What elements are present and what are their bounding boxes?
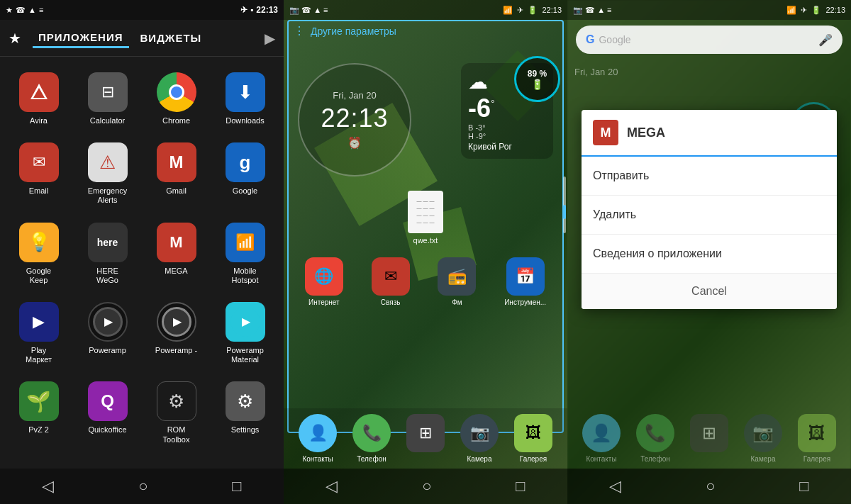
alert-icon-right: ▲ xyxy=(597,6,605,14)
emergency-label: EmergencyAlerts xyxy=(88,186,128,205)
app-item-here[interactable]: here HEREWeGo xyxy=(74,215,140,292)
tab-bar: ★ ПРИЛОЖЕНИЯ ВИДЖЕТЫ ▶ xyxy=(0,20,284,57)
alert-icon: ▲ xyxy=(28,6,36,14)
status-icons-left: ★ ☎ ▲ ≡ xyxy=(6,6,43,15)
context-cancel[interactable]: Cancel xyxy=(582,274,837,309)
airplane-icon-right: ✈ xyxy=(801,6,807,15)
right-dock-apps: ⊞ xyxy=(690,414,728,463)
calculator-icon: ⊟ xyxy=(88,72,128,112)
back-button-right[interactable]: ◁ xyxy=(595,471,635,501)
bottom-apps-icon: ⊞ xyxy=(406,414,445,452)
right-apps-icon: ⊞ xyxy=(690,414,728,452)
right-dock-camera: 📷 Камера xyxy=(744,414,782,463)
bottom-gallery[interactable]: 🖼 Галерея xyxy=(514,414,552,463)
bottom-phone[interactable]: 📞 Телефон xyxy=(352,414,391,463)
phone-icon: ☎ xyxy=(16,6,26,15)
recents-button-left[interactable]: □ xyxy=(218,471,255,501)
app-item-gmail[interactable]: M Gmail xyxy=(143,135,209,212)
google-g-icon: G xyxy=(586,33,594,46)
app-item-poweramp2[interactable]: ▶ Poweramp - xyxy=(143,295,209,371)
right-phone-icon: 📞 xyxy=(636,414,674,452)
status-time-right: 22:13 xyxy=(825,6,845,14)
dock-internet[interactable]: 🌐 Интернет xyxy=(305,257,343,306)
menu-icon: ≡ xyxy=(39,6,43,14)
right-contacts-label: Контакты xyxy=(586,455,616,463)
app-item-email[interactable]: ✉ Email xyxy=(6,135,72,212)
app-item-downloads[interactable]: ⬇ Downloads xyxy=(212,65,278,133)
app-item-chrome[interactable]: Chrome xyxy=(143,65,209,133)
apps-tab[interactable]: ПРИЛОЖЕНИЯ xyxy=(33,28,129,48)
context-delete[interactable]: Удалить xyxy=(582,196,837,235)
context-send[interactable]: Отправить xyxy=(582,157,837,196)
contacts-icon: ✉ xyxy=(372,257,410,296)
wifi-icon-right: 📶 xyxy=(786,6,796,15)
app-item-hotspot[interactable]: 📶 MobileHotspot xyxy=(212,215,278,292)
app-item-gkeep[interactable]: 💡 GoogleKeep xyxy=(6,215,72,292)
bottom-camera[interactable]: 📷 Камера xyxy=(460,414,499,463)
recents-button-right[interactable]: □ xyxy=(785,471,823,501)
right-dock-contacts: 👤 Контакты xyxy=(582,414,621,463)
menu-icon-right: ≡ xyxy=(607,6,611,14)
app-item-play[interactable]: ▶ PlayМаркет xyxy=(6,295,72,371)
app-item-settings[interactable]: ⚙ Settings xyxy=(212,374,278,451)
home-button-mid[interactable]: ○ xyxy=(408,471,445,501)
store-icon[interactable]: ▶ xyxy=(265,30,275,47)
google-search-bar[interactable]: G Google 🎤 xyxy=(576,26,842,54)
bottom-camera-icon: 📷 xyxy=(460,414,499,452)
menu-icon-mid: ≡ xyxy=(323,6,328,14)
poweramp-icon: ▶ xyxy=(88,302,128,342)
app-item-quickoffice[interactable]: Q Quickoffice xyxy=(74,374,140,451)
dock-contacts[interactable]: ✉ Связь xyxy=(372,257,410,306)
app-item-emergency[interactable]: ⚠ EmergencyAlerts xyxy=(74,135,140,212)
txt-file[interactable]: — — —— — —— — —— — — qwe.txt xyxy=(401,191,450,245)
app-item-pvz[interactable]: 🌱 PvZ 2 xyxy=(6,374,72,451)
app-item-mega[interactable]: M MEGA xyxy=(143,215,209,292)
favorites-tab[interactable]: ★ xyxy=(9,30,21,47)
context-info[interactable]: Сведения о приложении xyxy=(582,235,837,274)
home-button-left[interactable]: ○ xyxy=(124,471,162,501)
gmail-label: Gmail xyxy=(166,186,187,196)
app-item-calculator[interactable]: ⊟ Calculator xyxy=(74,65,140,133)
app-item-rom[interactable]: ⚙ ROMToolbox xyxy=(143,374,209,451)
tools-label: Инструмен... xyxy=(504,298,546,306)
back-button-left[interactable]: ◁ xyxy=(28,471,68,501)
bottom-nav-mid: ◁ ○ □ xyxy=(284,469,567,504)
back-button-mid[interactable]: ◁ xyxy=(311,471,352,501)
degree-icon: ° xyxy=(491,98,495,109)
mega-title: MEGA xyxy=(627,125,665,140)
dock-tools[interactable]: 📅 Инструмен... xyxy=(504,257,546,306)
pvz-label: PvZ 2 xyxy=(28,425,49,435)
status-icons-left-right: 📷 ☎ ▲ ≡ xyxy=(573,6,612,15)
bottom-contacts[interactable]: 👤 Контакты xyxy=(299,414,337,463)
app-item-powerampmat[interactable]: ▶ PowerampMaterial xyxy=(212,295,278,371)
mega-label: MEGA xyxy=(165,267,187,276)
tools-icon: 📅 xyxy=(506,257,545,296)
home-button-right[interactable]: ○ xyxy=(691,471,729,501)
app-item-google[interactable]: g Google xyxy=(212,135,278,212)
powerampmat-icon: ▶ xyxy=(226,302,265,342)
status-bar-mid: 📷 ☎ ▲ ≡ 📶 ✈ 🔋 22:13 xyxy=(284,0,567,20)
context-menu: M MEGA Отправить Удалить Сведения о прил… xyxy=(582,110,837,309)
phone-icon-right: ☎ xyxy=(585,6,595,14)
bottom-phone-icon: 📞 xyxy=(352,414,391,452)
mega-icon: M xyxy=(157,223,196,262)
widgets-tab[interactable]: ВИДЖЕТЫ xyxy=(135,29,208,47)
app-item-poweramp[interactable]: ▶ Poweramp xyxy=(74,295,140,371)
microphone-icon[interactable]: 🎤 xyxy=(818,33,833,47)
app-item-avira[interactable]: Avira xyxy=(6,65,72,133)
phone-icon-mid: ☎ xyxy=(301,6,311,14)
right-camera-label: Камера xyxy=(751,455,776,463)
right-contacts-icon: 👤 xyxy=(582,414,621,452)
right-date: Fri, Jan 20 xyxy=(574,67,844,77)
bottom-dock-mid: 👤 Контакты 📞 Телефон ⊞ 📷 Камера 🖼 Гал xyxy=(284,408,567,469)
weather-widget: 89 % 🔋 ☁ -6 ° B -3° H -9° Кривой Рог xyxy=(461,63,553,159)
app-grid: Avira ⊟ Calculator Chrome ⬇ Downloads ✉ … xyxy=(0,57,284,469)
settings-label: Settings xyxy=(231,425,260,435)
dock-fm[interactable]: 📻 Фм xyxy=(438,257,476,306)
right-phone-label: Телефон xyxy=(640,455,669,463)
recents-button-mid[interactable]: □ xyxy=(501,471,539,501)
status-right-mid: 📶 ✈ 🔋 22:13 xyxy=(503,6,562,15)
bottom-apps[interactable]: ⊞ xyxy=(406,414,445,463)
pvz-icon: 🌱 xyxy=(19,381,59,421)
gmail-icon: M xyxy=(157,142,196,182)
